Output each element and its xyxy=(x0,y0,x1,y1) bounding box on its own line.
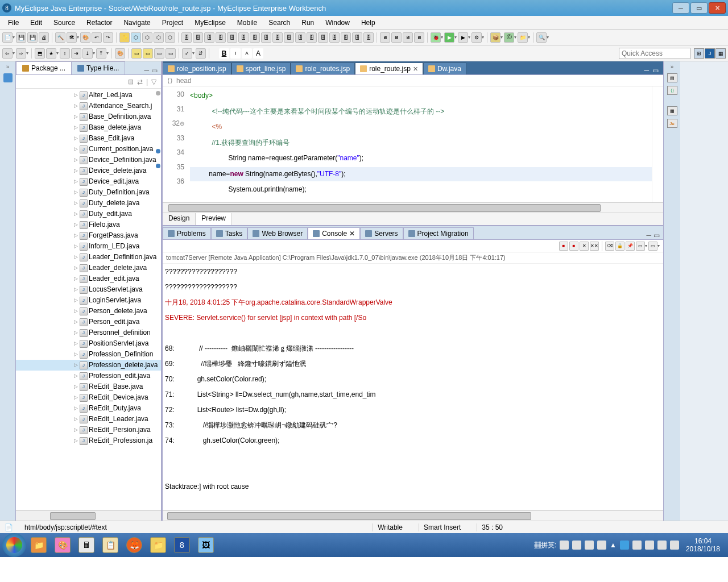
db4-icon[interactable]: 🗄 xyxy=(216,32,226,43)
taskbar-app-1[interactable]: 📁 xyxy=(27,535,50,555)
taskbar-clock[interactable]: 16:04 2018/10/18 xyxy=(682,537,723,553)
tree-item[interactable]: ▷JDevice_edit.java xyxy=(16,176,161,187)
nav1-icon[interactable]: ⬒ xyxy=(35,48,45,59)
tree-item[interactable]: ▷JPersonnel_definition xyxy=(16,327,161,338)
forward-icon[interactable]: ⇨ xyxy=(16,48,26,59)
menu-navigate[interactable]: Navigate xyxy=(119,18,155,28)
menu-edit[interactable]: Edit xyxy=(26,18,47,28)
bold-icon[interactable]: B xyxy=(219,48,229,59)
pin-console-icon[interactable]: 📌 xyxy=(626,242,635,251)
breadcrumb-item[interactable]: head xyxy=(176,77,192,85)
view-minimize-icon[interactable]: ─ xyxy=(144,66,149,74)
nav6-icon[interactable]: ⤒ xyxy=(96,48,106,59)
editor-maximize-icon[interactable]: ▭ xyxy=(652,66,659,74)
tree-item[interactable]: ▷JLocusServlet.java xyxy=(16,284,161,295)
bottom-tab[interactable]: Servers xyxy=(360,227,403,239)
tree-item[interactable]: ▷JBase_Edit.java xyxy=(16,133,161,144)
tree-item[interactable]: ▷JPositionServlet.java xyxy=(16,338,161,349)
wizard1-icon[interactable]: ✨ xyxy=(119,32,130,43)
code-body[interactable]: <body> <!--纯代码---这个主要是来看某个时间段某个编号的运动轨迹是什… xyxy=(188,86,652,202)
db15-icon[interactable]: 🗄 xyxy=(341,32,351,43)
editor-hscroll[interactable] xyxy=(163,202,663,213)
palette-view-icon[interactable]: Ju xyxy=(667,119,677,128)
italic-icon[interactable]: I xyxy=(230,48,241,59)
taskbar-explorer[interactable]: 📁 xyxy=(147,535,169,555)
tray-flag-icon[interactable] xyxy=(632,541,642,550)
tree-item[interactable]: ▷JBase_Definition.java xyxy=(16,111,161,122)
tab-design[interactable]: Design xyxy=(163,213,196,225)
save-all-icon[interactable]: 💾 xyxy=(27,32,38,43)
menu-window[interactable]: Window xyxy=(321,18,354,28)
restore-button[interactable]: ▭ xyxy=(690,2,708,14)
back-icon[interactable]: ⇦ xyxy=(2,48,13,59)
tray-icon[interactable] xyxy=(585,541,594,550)
clear-console-icon[interactable]: ⌫ xyxy=(605,242,614,251)
minimize-button[interactable]: ─ xyxy=(672,2,689,14)
lay1-icon[interactable]: ▭ xyxy=(131,48,142,59)
newfld-icon[interactable]: 📁 xyxy=(518,32,528,43)
db9-icon[interactable]: 🗄 xyxy=(272,32,283,43)
wizard4-icon[interactable]: ⬡ xyxy=(154,32,164,43)
tree-item[interactable]: ▷JProfession_delete.java xyxy=(16,360,161,371)
newpkg-icon[interactable]: 📦 xyxy=(490,32,500,43)
tree-item[interactable]: ▷JReEdit_Duty.java xyxy=(16,403,161,414)
properties-view-icon[interactable]: ⟨⟩ xyxy=(667,86,677,95)
remove-launch-icon[interactable]: ✕ xyxy=(580,242,589,251)
taskbar-firefox[interactable]: 🦊 xyxy=(123,535,146,555)
fontsize-up-icon[interactable]: A xyxy=(253,48,263,59)
tab-type-hierarchy[interactable]: Type Hie... xyxy=(71,61,125,74)
lay2-icon[interactable]: ▭ xyxy=(143,48,153,59)
new-icon[interactable]: 📄 xyxy=(2,32,13,43)
trim-chevron-icon[interactable]: » xyxy=(6,64,10,70)
fontsize-down-icon[interactable]: A xyxy=(242,48,252,59)
tray-chevron-icon[interactable]: ▲ xyxy=(610,541,617,549)
db3-icon[interactable]: 🗄 xyxy=(204,32,214,43)
tree-item[interactable]: ▷JReEdit_Device.java xyxy=(16,392,161,403)
db2-icon[interactable]: 🗄 xyxy=(193,32,203,43)
server3-icon[interactable]: 🖥 xyxy=(403,32,413,43)
ime-indicator[interactable]: ▦拼英: xyxy=(534,541,556,550)
debug-icon[interactable]: 🐞 xyxy=(431,32,441,43)
tree-item[interactable]: ▷JBase_delete.java xyxy=(16,122,161,133)
nav4-icon[interactable]: ⇥ xyxy=(71,48,81,59)
tree-item[interactable]: ▷JDuty_Definition.java xyxy=(16,187,161,198)
overview-ruler[interactable] xyxy=(652,86,663,202)
run-icon[interactable]: ▶ xyxy=(444,32,454,43)
db10-icon[interactable]: 🗄 xyxy=(284,32,294,43)
tree-item[interactable]: ▷JReEdit_Persion.java xyxy=(16,425,161,435)
bottom-tab[interactable]: Problems xyxy=(163,227,211,239)
tray-icon[interactable] xyxy=(560,541,569,550)
menu-run[interactable]: Run xyxy=(297,18,318,28)
menu-project[interactable]: Project xyxy=(158,18,188,28)
editor-tab[interactable]: Dw.java xyxy=(423,63,466,74)
trim-chevron-icon[interactable]: » xyxy=(671,64,674,70)
save-icon[interactable]: 💾 xyxy=(16,32,26,43)
tree-item[interactable]: ▷JAttendance_Search.j xyxy=(16,101,161,111)
tree-item[interactable]: ▷JForgetPass.java xyxy=(16,230,161,241)
editor-tab[interactable]: sport_line.jsp xyxy=(231,63,291,74)
tray-network-icon[interactable] xyxy=(645,541,654,550)
bottom-tab[interactable]: Console ✕ xyxy=(308,227,360,239)
tree-item[interactable]: ▷JDuty_delete.java xyxy=(16,198,161,209)
close-tab-icon[interactable]: ✕ xyxy=(349,230,355,238)
db12-icon[interactable]: 🗄 xyxy=(307,32,317,43)
editor-minimize-icon[interactable]: ─ xyxy=(644,66,649,74)
editor-tab[interactable]: role_route.jsp✕ xyxy=(355,63,423,74)
menu-search[interactable]: Search xyxy=(264,18,295,28)
tray-volume-icon[interactable] xyxy=(657,541,667,550)
db17-icon[interactable]: 🗄 xyxy=(363,32,374,43)
quick-access-input[interactable] xyxy=(619,48,690,59)
db16-icon[interactable]: 🗄 xyxy=(352,32,362,43)
theme-icon[interactable]: 🎨 xyxy=(115,48,125,59)
display-console-icon[interactable]: ▭ xyxy=(636,242,645,251)
bottom-maximize-icon[interactable]: ▭ xyxy=(653,231,660,239)
scroll-lock-icon[interactable]: 🔒 xyxy=(615,242,624,251)
console-output[interactable]: ??????????????????? ??????????????????? … xyxy=(163,264,663,510)
runext-icon[interactable]: ▶ xyxy=(458,32,468,43)
server2-icon[interactable]: 🖥 xyxy=(391,32,402,43)
code-editor[interactable]: 303132⊖33343536 <body> <!--纯代码---这个主要是来看… xyxy=(163,86,663,202)
tree-item[interactable]: ▷JLoginServlet.java xyxy=(16,295,161,306)
taskbar-myeclipse[interactable]: 8 xyxy=(171,535,193,555)
wizard3-icon[interactable]: ⬡ xyxy=(142,32,152,43)
tree-item[interactable]: ▷JReEdit_Profession.ja xyxy=(16,435,161,446)
